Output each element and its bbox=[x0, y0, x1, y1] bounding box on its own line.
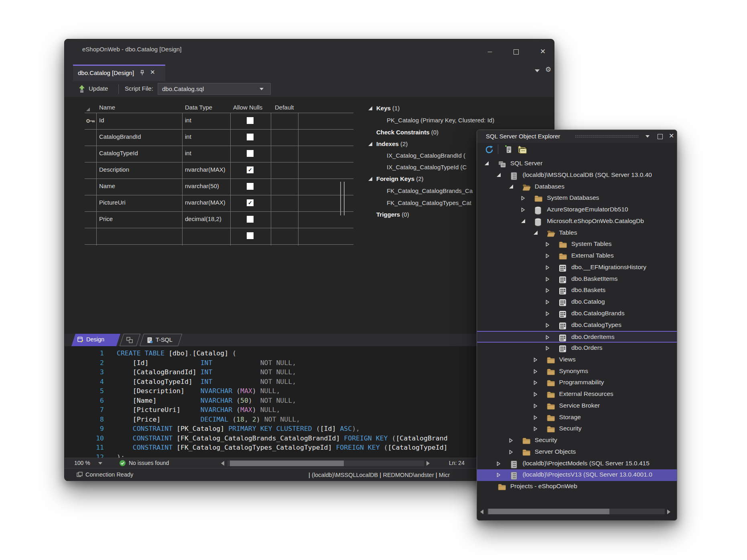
allow-nulls-checkbox[interactable] bbox=[247, 216, 254, 223]
tree-item-azurestorageemulatordb510[interactable]: AzureStorageEmulatorDb510 bbox=[477, 204, 677, 216]
tree-item-programmability[interactable]: Programmability bbox=[477, 377, 677, 389]
cell-datatype[interactable]: int bbox=[185, 117, 191, 124]
tree-item-localdb-projectsv13-sql-server-13-0-4001[interactable]: (localdb)\ProjectsV13 (SQL Server 13.0.4… bbox=[477, 469, 677, 481]
collapsed-arrow-icon[interactable] bbox=[534, 404, 538, 408]
tab-close-icon[interactable]: ✕ bbox=[150, 69, 155, 76]
collapsed-arrow-icon[interactable] bbox=[546, 323, 550, 328]
ssox-title-bar[interactable]: SQL Server Object Explorer ✕ bbox=[477, 130, 677, 143]
collapsed-arrow-icon[interactable] bbox=[546, 335, 550, 340]
tree-item-sql-server[interactable]: SQL Server bbox=[477, 158, 677, 170]
expanded-arrow-icon[interactable] bbox=[521, 219, 526, 223]
cell-datatype[interactable]: int bbox=[185, 133, 191, 140]
tree-item-dbo-baskets[interactable]: dbo.Baskets bbox=[477, 285, 677, 296]
tree-item-external-resources[interactable]: External Resources bbox=[477, 389, 677, 400]
zoom-chevron-icon[interactable] bbox=[98, 462, 102, 465]
expanded-arrow-icon[interactable] bbox=[368, 142, 373, 146]
collapsed-arrow-icon[interactable] bbox=[534, 415, 538, 420]
collapsed-arrow-icon[interactable] bbox=[546, 254, 550, 258]
tree-item-dbo-catalogbrands[interactable]: dbo.CatalogBrands bbox=[477, 308, 677, 320]
collapsed-arrow-icon[interactable] bbox=[546, 311, 550, 316]
cell-name[interactable]: Price bbox=[99, 215, 113, 222]
tree-item-server-objects[interactable]: Server Objects bbox=[477, 446, 677, 458]
tree-item-dbo-orders[interactable]: dbo.Orders bbox=[477, 343, 677, 354]
tree-item-microsoft-eshoponweb-catalogdb[interactable]: Microsoft.eShopOnWeb.CatalogDb bbox=[477, 216, 677, 227]
tree-item-system-tables[interactable]: System Tables bbox=[477, 239, 677, 250]
add-server-icon[interactable] bbox=[502, 144, 513, 154]
collapsed-arrow-icon[interactable] bbox=[546, 277, 550, 282]
ssox-scroll-right-icon[interactable] bbox=[667, 509, 670, 514]
tree-item-system-databases[interactable]: System Databases bbox=[477, 193, 677, 204]
table-row[interactable]: PictureUrinvarchar(MAX)✓ bbox=[85, 195, 353, 211]
ssox-hscrollbar-track[interactable] bbox=[487, 509, 665, 514]
cell-name[interactable]: PictureUri bbox=[99, 199, 126, 206]
context-item[interactable]: PK_Catalog (Primary Key, Clustered: Id) bbox=[359, 116, 550, 126]
collapsed-arrow-icon[interactable] bbox=[534, 357, 538, 362]
table-row[interactable]: Idint bbox=[85, 113, 353, 129]
close-button[interactable]: ✕ bbox=[537, 47, 549, 56]
ssox-window-menu-icon[interactable] bbox=[646, 135, 650, 138]
cell-name[interactable]: CatalogBrandId bbox=[99, 133, 141, 140]
ssox-hscrollbar-thumb[interactable] bbox=[488, 509, 609, 514]
collapsed-arrow-icon[interactable] bbox=[546, 300, 550, 304]
tree-item-synonyms[interactable]: Synonyms bbox=[477, 366, 677, 377]
ssox-hscrollbar[interactable] bbox=[477, 508, 677, 516]
tree-item-projects-eshoponweb[interactable]: Projects - eShopOnWeb bbox=[477, 481, 677, 493]
tree-item-tables[interactable]: Tables bbox=[477, 227, 677, 239]
allow-nulls-checkbox[interactable] bbox=[247, 232, 254, 239]
ssox-maximize-icon[interactable] bbox=[658, 134, 663, 141]
allow-nulls-checkbox[interactable] bbox=[247, 134, 254, 140]
pin-icon[interactable] bbox=[140, 70, 145, 76]
gear-icon[interactable]: ⚙ bbox=[545, 65, 551, 74]
tree-item-dbo-catalog[interactable]: dbo.Catalog bbox=[477, 296, 677, 308]
table-row[interactable]: CatalogBrandIdint bbox=[85, 129, 353, 146]
collapsed-arrow-icon[interactable] bbox=[521, 207, 525, 212]
cell-datatype[interactable]: int bbox=[185, 150, 191, 156]
pending-changes-icon[interactable] bbox=[516, 144, 528, 154]
tree-item-dbo-basketitems[interactable]: dbo.BasketItems bbox=[477, 274, 677, 285]
cell-name[interactable]: Id bbox=[99, 117, 104, 124]
collapsed-arrow-icon[interactable] bbox=[497, 461, 501, 466]
tree-item-security[interactable]: Security bbox=[477, 435, 677, 446]
tree-item-storage[interactable]: Storage bbox=[477, 412, 677, 424]
allow-nulls-checkbox[interactable] bbox=[247, 150, 254, 157]
editor-hscrollbar-thumb[interactable] bbox=[230, 461, 344, 466]
minimize-button[interactable]: ─ bbox=[484, 47, 496, 56]
expanded-arrow-icon[interactable] bbox=[485, 161, 489, 166]
collapsed-arrow-icon[interactable] bbox=[546, 288, 550, 293]
maximize-button[interactable] bbox=[510, 47, 522, 56]
collapsed-arrow-icon[interactable] bbox=[546, 242, 550, 247]
cell-name[interactable]: CatalogTypeId bbox=[99, 150, 138, 156]
context-section-keys[interactable]: Keys (1) bbox=[359, 104, 550, 114]
ssox-scroll-left-icon[interactable] bbox=[480, 509, 483, 514]
collapsed-arrow-icon[interactable] bbox=[534, 380, 538, 385]
select-all-corner-icon[interactable] bbox=[86, 108, 90, 111]
cell-name[interactable]: Name bbox=[99, 183, 115, 189]
collapsed-arrow-icon[interactable] bbox=[497, 473, 501, 477]
expanded-arrow-icon[interactable] bbox=[509, 185, 514, 189]
cell-datatype[interactable]: nvarchar(50) bbox=[185, 183, 219, 189]
tree-item-security[interactable]: Security bbox=[477, 423, 677, 435]
chevron-down-icon[interactable] bbox=[535, 69, 540, 72]
allow-nulls-checkbox[interactable] bbox=[247, 117, 254, 124]
cell-datatype[interactable]: decimal(18,2) bbox=[185, 215, 221, 222]
tree-item-views[interactable]: Views bbox=[477, 354, 677, 366]
tree-item-external-tables[interactable]: External Tables bbox=[477, 250, 677, 262]
table-row[interactable] bbox=[85, 228, 353, 244]
editor-hscrollbar-track[interactable] bbox=[227, 461, 424, 466]
tab-tsql[interactable]: T-SQL bbox=[140, 334, 182, 346]
tree-item-dbo-efmigrationshistory[interactable]: dbo.__EFMigrationsHistory bbox=[477, 262, 677, 274]
collapsed-arrow-icon[interactable] bbox=[534, 392, 538, 397]
expanded-arrow-icon[interactable] bbox=[534, 231, 538, 235]
cell-datatype[interactable]: nvarchar(MAX) bbox=[185, 166, 225, 173]
collapsed-arrow-icon[interactable] bbox=[546, 346, 550, 351]
tree-item-dbo-catalogtypes[interactable]: dbo.CatalogTypes bbox=[477, 320, 677, 331]
tree-item-localdb-mssqllocaldb-sql-server-13-0-40[interactable]: (localdb)\MSSQLLocalDB (SQL Server 13.0.… bbox=[477, 170, 677, 181]
tree-item-localdb-projectmodels-sql-server-15-0-41[interactable]: (localdb)\ProjectModels (SQL Server 15.0… bbox=[477, 458, 677, 470]
update-button[interactable]: Update bbox=[89, 85, 108, 92]
cell-datatype[interactable]: nvarchar(MAX) bbox=[185, 199, 225, 206]
tree-item-databases[interactable]: Databases bbox=[477, 181, 677, 193]
script-file-combobox[interactable]: dbo.Catalog.sql bbox=[158, 83, 271, 95]
refresh-icon[interactable] bbox=[484, 144, 495, 155]
table-row[interactable]: CatalogTypeIdint bbox=[85, 146, 353, 162]
collapsed-arrow-icon[interactable] bbox=[521, 196, 525, 201]
